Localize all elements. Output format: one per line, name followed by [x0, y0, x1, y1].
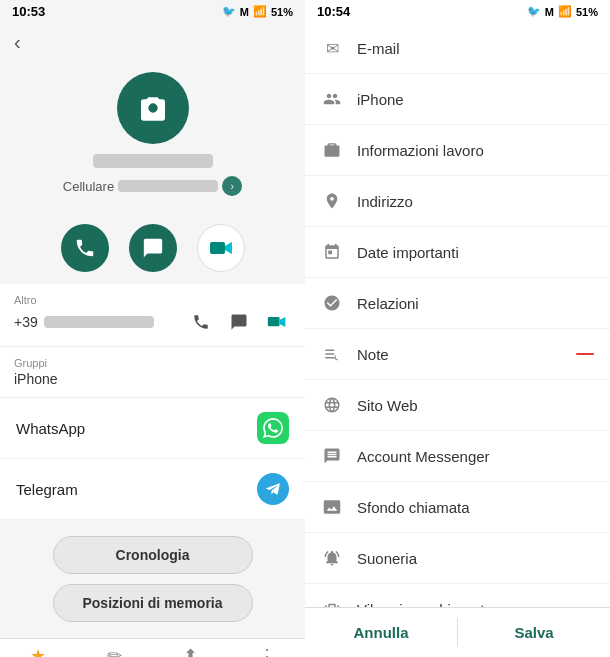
save-button[interactable]: Salva	[458, 608, 610, 657]
remove-note-button[interactable]	[576, 353, 594, 355]
chat-icon	[142, 237, 164, 259]
info-actions	[187, 308, 291, 336]
relations-icon	[323, 294, 341, 312]
call-small-button[interactable]	[187, 308, 215, 336]
people-icon	[323, 90, 341, 108]
share-icon: ⬆	[183, 645, 198, 657]
notes-icon	[323, 345, 341, 363]
menu-item-relazioni[interactable]: Relazioni	[305, 278, 610, 329]
lavoro-icon	[321, 139, 343, 161]
lavoro-label: Informazioni lavoro	[357, 142, 594, 159]
nav-preferiti[interactable]: ★ Preferiti	[13, 645, 63, 657]
menu-item-iphone[interactable]: iPhone	[305, 74, 610, 125]
suoneria-label: Suoneria	[357, 550, 594, 567]
action-buttons	[0, 212, 305, 284]
meet-icon	[209, 236, 233, 260]
camera-icon	[137, 92, 169, 124]
menu-list: ✉ E-mail iPhone Informazioni lavoro	[305, 23, 610, 607]
menu-item-sfondo[interactable]: Sfondo chiamata	[305, 482, 610, 533]
time-right: 10:54	[317, 4, 350, 19]
edit-icon: ✏	[107, 645, 122, 657]
note-icon	[321, 343, 343, 365]
sfondo-icon	[321, 496, 343, 518]
meet-small-button[interactable]	[263, 308, 291, 336]
signal-icon: 📶	[253, 5, 267, 18]
menu-item-email[interactable]: ✉ E-mail	[305, 23, 610, 74]
twitter-icon: 🐦	[222, 5, 236, 18]
whatsapp-row[interactable]: WhatsApp	[0, 398, 305, 459]
ringtone-icon	[323, 549, 341, 567]
status-bar-left: 10:53 🐦 M 📶 51%	[0, 0, 305, 23]
mail-icon: M	[240, 6, 249, 18]
posizioni-button[interactable]: Posizioni di memoria	[53, 584, 253, 622]
telegram-row[interactable]: Telegram	[0, 459, 305, 520]
date-label: Date importanti	[357, 244, 594, 261]
mail-icon-r: M	[545, 6, 554, 18]
menu-item-indirizzo[interactable]: Indirizzo	[305, 176, 610, 227]
vibrazione-icon	[321, 598, 343, 607]
message-button[interactable]	[129, 224, 177, 272]
indirizzo-icon	[321, 190, 343, 212]
location-icon	[323, 192, 341, 210]
menu-item-sito[interactable]: Sito Web	[305, 380, 610, 431]
meet-button[interactable]	[197, 224, 245, 272]
menu-item-note[interactable]: Note	[305, 329, 610, 380]
back-button[interactable]: ‹	[0, 23, 305, 62]
signal-icon-r: 📶	[558, 5, 572, 18]
indirizzo-label: Indirizzo	[357, 193, 594, 210]
left-panel: 10:53 🐦 M 📶 51% ‹ Cellulare ›	[0, 0, 305, 657]
call-button[interactable]	[61, 224, 109, 272]
svg-marker-1	[225, 242, 232, 254]
avatar[interactable]	[117, 72, 189, 144]
right-panel: 10:54 🐦 M 📶 51% ✉ E-mail iPhone	[305, 0, 610, 657]
cancel-button[interactable]: Annulla	[305, 608, 457, 657]
expand-button[interactable]: ›	[222, 176, 242, 196]
menu-item-vibrazione[interactable]: Vibrazione chiamate	[305, 584, 610, 607]
sito-icon	[321, 394, 343, 416]
iphone-label: iPhone	[357, 91, 594, 108]
sfondo-label: Sfondo chiamata	[357, 499, 594, 516]
menu-item-lavoro[interactable]: Informazioni lavoro	[305, 125, 610, 176]
gruppi-value: iPhone	[14, 371, 291, 387]
altro-label: Altro	[14, 294, 291, 306]
status-icons-left: 🐦 M 📶 51%	[222, 5, 293, 18]
time-left: 10:53	[12, 4, 45, 19]
status-icons-right: 🐦 M 📶 51%	[527, 5, 598, 18]
whatsapp-label: WhatsApp	[16, 420, 85, 437]
messenger-label: Account Messenger	[357, 448, 594, 465]
telegram-logo	[264, 480, 282, 498]
chat-bubble-icon	[323, 447, 341, 465]
vibration-icon	[323, 600, 341, 607]
cronologia-button[interactable]: Cronologia	[53, 536, 253, 574]
telegram-label: Telegram	[16, 481, 78, 498]
gruppi-label: Gruppi	[14, 357, 291, 369]
menu-item-messenger[interactable]: Account Messenger	[305, 431, 610, 482]
twitter-icon-r: 🐦	[527, 5, 541, 18]
globe-icon	[323, 396, 341, 414]
wallpaper-icon	[323, 498, 341, 516]
button-row: Cronologia Posizioni di memoria	[0, 520, 305, 638]
date-icon	[321, 241, 343, 263]
gruppi-section: Gruppi iPhone	[0, 347, 305, 398]
phone-number-blurred	[118, 180, 218, 192]
nav-altro[interactable]: ⋮ Altro	[242, 645, 292, 657]
phone-small-icon	[192, 313, 210, 331]
menu-item-date[interactable]: Date importanti	[305, 227, 610, 278]
more-icon: ⋮	[258, 645, 276, 657]
nav-condividi[interactable]: ⬆ Condividi	[166, 645, 216, 657]
svg-marker-3	[280, 317, 286, 327]
menu-item-suoneria[interactable]: Suoneria	[305, 533, 610, 584]
note-label: Note	[357, 346, 562, 363]
messenger-icon	[321, 445, 343, 467]
nav-modifica[interactable]: ✏ Modifica	[89, 645, 139, 657]
phone-blur	[44, 316, 154, 328]
star-icon: ★	[30, 645, 46, 657]
chat-small-icon	[230, 313, 248, 331]
whatsapp-logo	[263, 418, 283, 438]
contact-name-blurred	[93, 154, 213, 168]
cellulare-row: Cellulare ›	[63, 176, 242, 196]
cellulare-label: Cellulare	[63, 179, 114, 194]
svg-rect-0	[210, 242, 225, 254]
email-label: E-mail	[357, 40, 594, 57]
chat-small-button[interactable]	[225, 308, 253, 336]
